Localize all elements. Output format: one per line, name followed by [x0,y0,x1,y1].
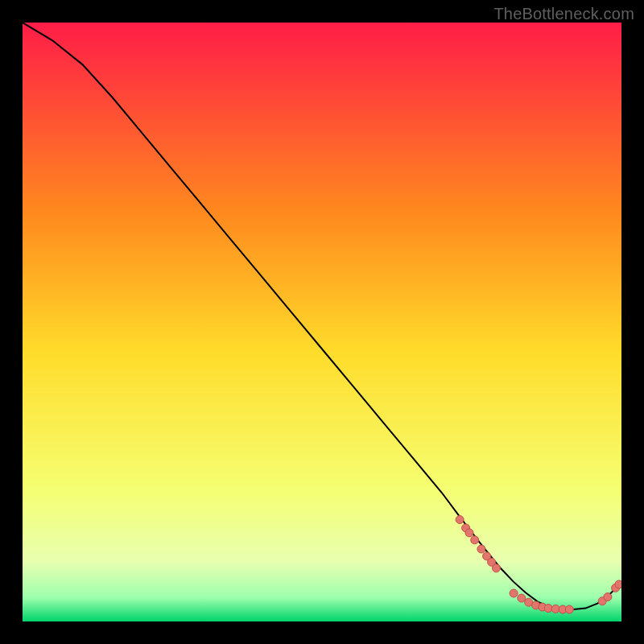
curve-marker [518,594,526,602]
chart-stage: TheBottleneck.com [0,0,644,644]
plot-area [23,23,621,621]
watermark-text: TheBottleneck.com [493,5,634,23]
curve-marker [456,516,464,524]
curve-marker [510,589,518,597]
curve-marker [471,536,479,544]
curve-marker [465,529,473,537]
bottleneck-chart [23,23,621,621]
gradient-background [23,23,621,621]
curve-marker [544,605,552,613]
curve-marker [493,564,501,572]
curve-marker [615,580,621,588]
curve-marker [604,593,612,601]
curve-marker [565,605,573,613]
curve-marker [477,545,485,553]
